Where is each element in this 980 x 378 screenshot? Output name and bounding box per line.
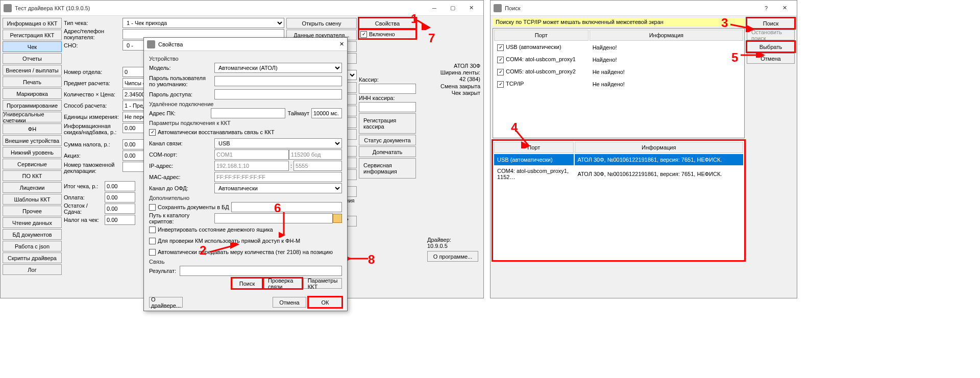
save-db-checkbox[interactable]: [149, 204, 156, 211]
cashier-inn-input[interactable]: [359, 102, 416, 112]
auto-restore-checkbox[interactable]: [149, 129, 156, 136]
discount-label: Информационная скидка/надбавка, р.:: [64, 123, 122, 135]
table-row-selected[interactable]: USB (автоматически)АТОЛ 30Ф, №0010612219…: [494, 154, 743, 165]
sidebar-item-cheque[interactable]: Чек: [3, 41, 62, 52]
ofd-select[interactable]: Автоматически: [214, 183, 342, 193]
open-shift-button[interactable]: Открыть смену: [286, 18, 357, 29]
port-checkbox[interactable]: [497, 81, 504, 88]
timeout-input[interactable]: [311, 108, 342, 118]
mac-label: MAC-адрес:: [149, 174, 214, 180]
sidebar-item-fn[interactable]: ФН: [3, 123, 62, 134]
sidebar-item-firmware[interactable]: ПО ККТ: [3, 170, 62, 181]
properties-button[interactable]: Свойства: [359, 18, 416, 29]
sidebar-item-programming[interactable]: Программирование: [3, 100, 62, 111]
dialog-title: Свойства: [158, 41, 183, 47]
auto-qty-checkbox[interactable]: [149, 249, 156, 256]
connparams-group: Параметры подключения к ККТ: [149, 120, 342, 126]
reprint-button[interactable]: Допечатать: [359, 146, 416, 157]
main-window: Тест драйвера ККТ (10.9.0.5) ─ ▢ ✕ Инфор…: [0, 0, 484, 298]
sidebar-item-scripts[interactable]: Скрипты драйвера: [3, 253, 62, 263]
channel-label: Канал связи:: [149, 140, 214, 146]
reg-cashier-button[interactable]: Регистрация кассира: [359, 113, 416, 134]
sidebar-item-univcounters[interactable]: Универсальные счетчики: [3, 112, 62, 122]
scriptpath-input[interactable]: [214, 213, 333, 223]
sidebar-item-licenses[interactable]: Лицензии: [3, 182, 62, 193]
port-checkbox[interactable]: [497, 69, 504, 75]
table-row[interactable]: COM5: atol-usbcom_proxy2Не найдено!: [494, 66, 743, 78]
cheque-type-select[interactable]: 1 - Чек прихода: [122, 18, 284, 28]
total-input[interactable]: [105, 181, 135, 191]
auto-qty-label: Автоматически передавать меру количества…: [158, 249, 333, 255]
sno-label: СНО:: [64, 42, 122, 48]
search-window: Поиск ? ✕ Поиску по TCP/IP может мешать …: [490, 0, 797, 298]
maximize-button[interactable]: ▢: [444, 1, 462, 16]
properties-dialog: Свойства ✕ Устройство Модель:Автоматичес…: [143, 37, 348, 311]
total-label: Итог чека, р.:: [64, 183, 105, 189]
userpass-input[interactable]: [214, 76, 342, 86]
pcaddr-input[interactable]: [211, 108, 285, 118]
sidebar-item-deposits[interactable]: Внесения / выплаты: [3, 65, 62, 75]
about-driver-button[interactable]: О драйвере...: [149, 297, 183, 308]
sidebar-item-lowlevel[interactable]: Нижний уровень: [3, 147, 62, 158]
sidebar-item-log[interactable]: Лог: [3, 264, 62, 275]
close-button[interactable]: ✕: [462, 1, 480, 16]
sidebar-item-other[interactable]: Прочее: [3, 206, 62, 216]
remainder-input[interactable]: [105, 204, 135, 214]
service-info-button[interactable]: Сервисная информация: [359, 158, 416, 179]
sidebar-item-service[interactable]: Сервисные: [3, 159, 62, 169]
dialog-close-icon[interactable]: ✕: [339, 41, 344, 47]
sidebar-item-marking[interactable]: Маркировка: [3, 88, 62, 99]
sidebar-item-print[interactable]: Печать: [3, 77, 62, 87]
sidebar-item-json[interactable]: Работа с json: [3, 241, 62, 251]
scriptpath-label: Путь к каталогу скриптов:: [149, 212, 214, 224]
enabled-checkbox-row[interactable]: Включено: [359, 30, 416, 39]
doc-status-button[interactable]: Статус документа: [359, 135, 416, 145]
sidebar-item-reports[interactable]: Отчеты: [3, 53, 62, 64]
channel-select[interactable]: USB: [214, 138, 342, 148]
cashier-input[interactable]: [359, 84, 416, 94]
kkt-params-button[interactable]: Параметры ККТ: [303, 278, 342, 289]
search-close-button[interactable]: ✕: [775, 1, 794, 16]
search-help-button[interactable]: ?: [757, 1, 775, 16]
check-conn-button[interactable]: Проверка связи: [263, 278, 302, 289]
sidebar-item-ext-devices[interactable]: Внешние устройства: [3, 135, 62, 146]
search-select-button[interactable]: Выбрать: [747, 41, 795, 52]
km-direct-checkbox[interactable]: [149, 238, 156, 244]
port-checkbox[interactable]: [497, 57, 504, 63]
enabled-checkbox[interactable]: [360, 31, 367, 38]
sidebar-item-docdb[interactable]: БД документов: [3, 229, 62, 240]
timeout-label: Таймаут: [287, 110, 309, 116]
invert-drawer-checkbox[interactable]: [149, 226, 156, 233]
sidebar-item-registration[interactable]: Регистрация ККТ: [3, 30, 62, 40]
accesspass-input[interactable]: [214, 89, 342, 99]
save-db-path[interactable]: [231, 202, 342, 212]
model-select[interactable]: Автоматически (АТОЛ): [214, 63, 342, 73]
ok-button[interactable]: ОК: [308, 297, 342, 308]
sidebar: Информация о ККТ Регистрация ККТ Чек Отч…: [3, 18, 62, 275]
sidebar-item-templates[interactable]: Шаблоны ККТ: [3, 194, 62, 205]
paymethod-label: Способ расчета:: [64, 103, 122, 109]
status-area: АТОЛ 30Ф Ширина ленты: 42 (384) Смена за…: [424, 63, 480, 96]
cancel-button[interactable]: Отмена: [273, 297, 306, 308]
search-button[interactable]: Поиск: [232, 278, 262, 289]
table-row[interactable]: COM4: atol-usbcom_proxy1, 1152…АТОЛ 30Ф,…: [494, 166, 743, 182]
result-input[interactable]: [180, 266, 342, 276]
minimize-button[interactable]: ─: [425, 1, 444, 16]
result-label: Результат:: [149, 268, 180, 274]
userpass-label: Пароль пользователя по умолчанию:: [149, 75, 214, 87]
port-checkbox[interactable]: [497, 44, 504, 51]
payment-input[interactable]: [105, 192, 135, 203]
right-panel: Свойства Включено Кассир: ИНН кассира: Р…: [359, 18, 416, 275]
about-button[interactable]: О программе...: [427, 251, 478, 262]
table-row[interactable]: COM4: atol-usbcom_proxy1Найдено!: [494, 54, 743, 65]
sidebar-item-readdata[interactable]: Чтение данных: [3, 217, 62, 228]
taxcheque-input[interactable]: [105, 215, 135, 225]
ofd-label: Канал до ОФД:: [149, 185, 214, 191]
table-row[interactable]: TCP/IPНе найдено!: [494, 79, 743, 90]
folder-icon[interactable]: [333, 214, 342, 223]
sidebar-item-kktinfo[interactable]: Информация о ККТ: [3, 18, 62, 29]
device-group: Устройство: [149, 56, 342, 62]
table-row[interactable]: USB (автоматически)Найдено!: [494, 42, 743, 53]
com-label: COM-порт:: [149, 152, 214, 158]
col-info-header: Информация: [590, 30, 743, 41]
